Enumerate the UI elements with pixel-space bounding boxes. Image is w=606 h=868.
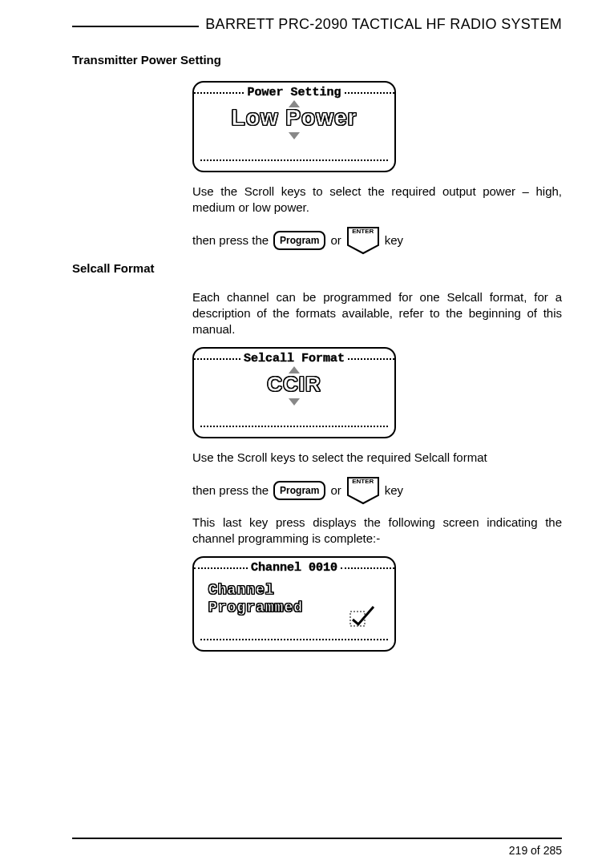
- program-key[interactable]: Program: [273, 231, 325, 250]
- text-selcall-scroll: Use the Scroll keys to select the requir…: [192, 450, 562, 466]
- lcd-label: Selcall Format: [240, 352, 348, 365]
- text-lastkey: This last key press displays the followi…: [192, 515, 562, 547]
- lcd-text-block: Channel Programmed: [208, 582, 303, 616]
- enter-key[interactable]: ENTER: [346, 476, 380, 505]
- lcd-bottom-line: [200, 159, 388, 161]
- lcd-bottom-line: [200, 639, 388, 640]
- arrow-down-icon: [289, 398, 300, 406]
- header-bar: BARRETT PRC-2090 TACTICAL HF RADIO SYSTE…: [72, 16, 562, 38]
- lcd-label: Channel 0010: [248, 561, 341, 575]
- enter-key[interactable]: ENTER: [346, 226, 380, 255]
- arrow-down-icon: [289, 132, 300, 139]
- lcd-value: CCIR: [267, 372, 321, 397]
- section-title-selcall: Selcall Format: [72, 261, 562, 275]
- text-selcall-intro: Each channel can be programmed for one S…: [192, 289, 562, 338]
- text: or: [330, 233, 341, 247]
- text: key: [385, 233, 403, 247]
- lcd-bottom-line: [200, 426, 388, 427]
- enter-key-label: ENTER: [346, 228, 380, 235]
- enter-key-label: ENTER: [346, 478, 380, 485]
- checkmark-icon: [349, 604, 377, 628]
- lcd-power-setting: Power Setting Low Power: [192, 81, 396, 172]
- lcd-channel-programmed: Channel 0010 Channel Programmed: [192, 556, 396, 652]
- page-number: 219 of 285: [509, 844, 562, 857]
- lcd-line2: Programmed: [208, 600, 303, 617]
- text: then press the: [192, 483, 269, 497]
- text: key: [385, 483, 403, 497]
- lcd-selcall-format: Selcall Format CCIR: [192, 347, 396, 438]
- keypress-row-2: then press the Program or ENTER key: [192, 476, 562, 505]
- program-key[interactable]: Program: [273, 481, 325, 500]
- footer-rule: [72, 838, 562, 839]
- lcd-line1: Channel: [208, 582, 303, 600]
- text-power-instruction: Use the Scroll keys to select the requir…: [192, 184, 562, 216]
- lcd-label: Power Setting: [244, 86, 344, 99]
- section-title-power: Transmitter Power Setting: [72, 53, 562, 67]
- text: then press the: [192, 233, 269, 247]
- text: or: [330, 483, 341, 497]
- keypress-row-1: then press the Program or ENTER key: [192, 226, 562, 255]
- header-title: BARRETT PRC-2090 TACTICAL HF RADIO SYSTE…: [199, 16, 562, 33]
- lcd-value: Low Power: [232, 105, 358, 131]
